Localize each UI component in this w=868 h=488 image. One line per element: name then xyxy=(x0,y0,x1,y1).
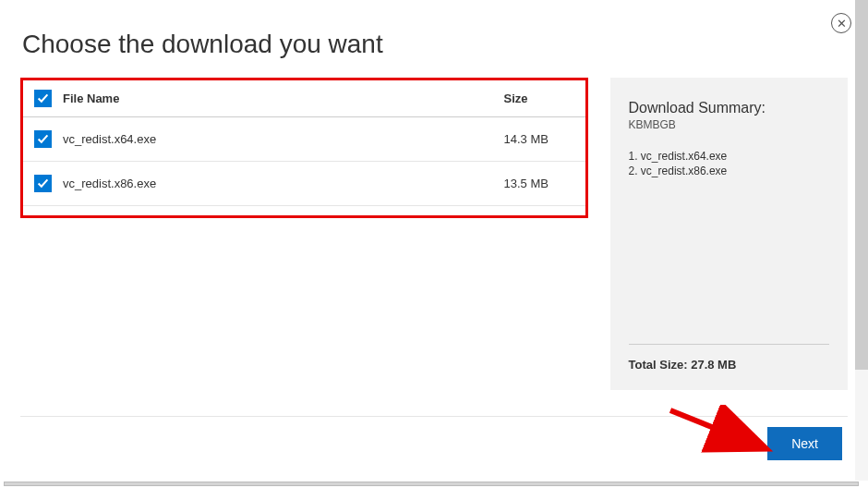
check-icon xyxy=(37,133,49,145)
download-summary-panel: Download Summary: KBMBGB 1. vc_redist.x6… xyxy=(610,78,848,390)
close-button[interactable]: ✕ xyxy=(831,13,851,33)
file-size-cell: 13.5 MB xyxy=(504,177,578,190)
summary-meta: KBMBGB xyxy=(629,118,829,131)
column-header-size: Size xyxy=(504,92,578,105)
summary-item: 1. vc_redist.x64.exe xyxy=(629,150,829,163)
file-table: File Name Size vc_redist.x64.exe 14.3 MB… xyxy=(23,80,585,206)
next-button[interactable]: Next xyxy=(767,427,842,460)
bottom-divider xyxy=(20,416,848,417)
total-size: Total Size: 27.8 MB xyxy=(629,358,829,372)
scrollbar-thumb[interactable] xyxy=(855,0,868,370)
content-area: File Name Size vc_redist.x64.exe 14.3 MB… xyxy=(0,78,868,390)
row-checkbox[interactable] xyxy=(34,130,52,148)
summary-divider xyxy=(629,344,829,345)
check-icon xyxy=(37,92,49,104)
summary-list: 1. vc_redist.x64.exe 2. vc_redist.x86.ex… xyxy=(629,150,829,336)
arrow-annotation xyxy=(667,405,778,458)
scrollbar-track[interactable] xyxy=(855,0,868,481)
page-title: Choose the download you want xyxy=(0,0,868,78)
select-all-checkbox[interactable] xyxy=(34,90,52,107)
summary-title: Download Summary: xyxy=(629,100,829,116)
file-size-cell: 14.3 MB xyxy=(504,132,578,146)
file-name-cell: vc_redist.x86.exe xyxy=(63,177,504,190)
bottom-scrollbar xyxy=(4,482,859,486)
table-row: vc_redist.x86.exe 13.5 MB xyxy=(23,162,585,206)
row-checkbox[interactable] xyxy=(34,175,52,192)
table-row: vc_redist.x64.exe 14.3 MB xyxy=(23,117,585,162)
check-icon xyxy=(37,177,49,189)
file-name-cell: vc_redist.x64.exe xyxy=(63,132,504,146)
table-header-row: File Name Size xyxy=(23,80,585,117)
file-table-highlight: File Name Size vc_redist.x64.exe 14.3 MB… xyxy=(20,78,588,218)
close-icon: ✕ xyxy=(837,18,847,30)
column-header-name: File Name xyxy=(63,92,504,105)
summary-item: 2. vc_redist.x86.exe xyxy=(629,165,829,177)
